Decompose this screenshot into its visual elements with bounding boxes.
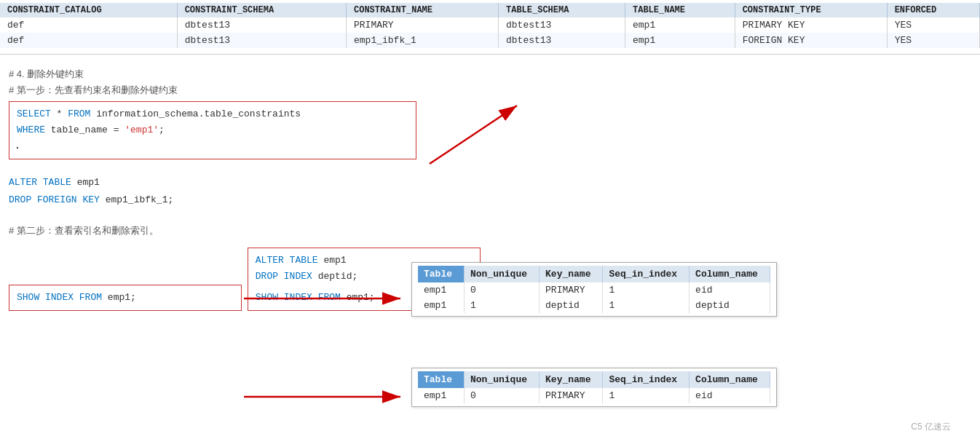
table-cell: 1 bbox=[465, 298, 540, 313]
top-table-header: TABLE_SCHEMA bbox=[498, 3, 625, 17]
table-cell: 1 bbox=[603, 282, 689, 298]
table-cell: YES bbox=[887, 17, 979, 33]
result-table-1-header-cell: Key_name bbox=[540, 266, 603, 282]
result-table-1-header-cell: Column_name bbox=[689, 266, 770, 282]
comment-step4-title: # 4. 删除外键约束 bbox=[9, 66, 971, 82]
result-table-2: TableNon_uniqueKey_nameSeq_in_indexColum… bbox=[418, 371, 770, 403]
top-table-header: CONSTRAINT_SCHEMA bbox=[177, 3, 346, 17]
table-cell: eid bbox=[689, 388, 770, 403]
table-cell: dbtest13 bbox=[498, 33, 625, 48]
arrow-up-right-svg bbox=[415, 98, 532, 171]
table-cell: def bbox=[0, 33, 177, 48]
result-table-1-header-cell: Non_unique bbox=[465, 266, 540, 282]
table-cell: emp1 bbox=[625, 17, 735, 33]
table-cell: eid bbox=[689, 282, 770, 298]
watermark: C5 亿速云 bbox=[911, 421, 951, 433]
result-table-2-header-cell: Seq_in_index bbox=[603, 371, 689, 388]
table-row: defdbtest13PRIMARYdbtest13emp1PRIMARY KE… bbox=[0, 17, 980, 33]
table-cell: 1 bbox=[603, 388, 689, 403]
table-cell: emp1 bbox=[418, 298, 465, 313]
arrow-right-2-svg bbox=[240, 386, 408, 408]
table-cell: YES bbox=[887, 33, 979, 48]
sql-select-line2: WHERE table_name = 'emp1'; bbox=[17, 122, 408, 138]
table-cell: PRIMARY bbox=[346, 17, 498, 33]
table-cell: deptid bbox=[540, 298, 603, 313]
table-cell: PRIMARY KEY bbox=[735, 17, 887, 33]
table-cell: emp1 bbox=[418, 282, 465, 298]
result-table-2-header-cell: Column_name bbox=[689, 371, 770, 388]
table-cell: 0 bbox=[465, 388, 540, 403]
sql-select-line1: SELECT * FROM information_schema.table_c… bbox=[17, 106, 408, 122]
sql-block-select: SELECT * FROM information_schema.table_c… bbox=[9, 101, 416, 159]
table-row: defdbtest13emp1_ibfk_1dbtest13emp1FOREIG… bbox=[0, 33, 980, 48]
top-table-section: CONSTRAINT_CATALOGCONSTRAINT_SCHEMACONST… bbox=[0, 0, 980, 55]
main-content: # 4. 删除外键约束 # 第一步：先查看约束名和删除外键约束 SELECT *… bbox=[0, 55, 980, 433]
table-cell: 0 bbox=[465, 282, 540, 298]
sql-alter-drop-fk: ALTER TABLE emp1 DROP FOREIGN KEY emp1_i… bbox=[9, 171, 971, 211]
result-table-2-header-cell: Key_name bbox=[540, 371, 603, 388]
sql-block-show-index1: SHOW INDEX FROM emp1; bbox=[9, 285, 242, 311]
table-row: emp11deptid1deptid bbox=[418, 298, 770, 313]
arrow-right-1-svg bbox=[240, 288, 408, 309]
top-table-header: TABLE_NAME bbox=[625, 3, 735, 17]
table-cell: emp1 bbox=[625, 33, 735, 48]
top-table-header: CONSTRAINT_CATALOG bbox=[0, 3, 177, 17]
top-table-header: CONSTRAINT_TYPE bbox=[735, 3, 887, 17]
table-row: emp10PRIMARY1eid bbox=[418, 282, 770, 298]
table-cell: PRIMARY bbox=[540, 282, 603, 298]
table-cell: def bbox=[0, 17, 177, 33]
table-cell: dbtest13 bbox=[498, 17, 625, 33]
comment-step4-sub1: # 第一步：先查看约束名和删除外键约束 bbox=[9, 82, 971, 98]
top-table-header: CONSTRAINT_NAME bbox=[346, 3, 498, 17]
table-cell: emp1_ibfk_1 bbox=[346, 33, 498, 48]
table-cell: FOREIGN KEY bbox=[735, 33, 887, 48]
result-table-1-header-cell: Seq_in_index bbox=[603, 266, 689, 282]
table-cell: dbtest13 bbox=[177, 17, 346, 33]
result-table-1-wrapper: TableNon_uniqueKey_nameSeq_in_indexColum… bbox=[411, 262, 777, 317]
result-table-2-header-cell: Non_unique bbox=[465, 371, 540, 388]
table-cell: PRIMARY bbox=[540, 388, 603, 403]
table-cell: dbtest13 bbox=[177, 33, 346, 48]
constraint-table: CONSTRAINT_CATALOGCONSTRAINT_SCHEMACONST… bbox=[0, 3, 980, 48]
table-cell: deptid bbox=[689, 298, 770, 313]
result-table-2-wrapper: TableNon_uniqueKey_nameSeq_in_indexColum… bbox=[411, 368, 777, 407]
result-table-1: TableNon_uniqueKey_nameSeq_in_indexColum… bbox=[418, 266, 770, 313]
comment-step4-sub2: # 第二步：查看索引名和删除索引。 bbox=[9, 223, 971, 239]
table-row: emp10PRIMARY1eid bbox=[418, 388, 770, 403]
table-cell: 1 bbox=[603, 298, 689, 313]
table-cell: emp1 bbox=[418, 388, 465, 403]
result-table-2-header-cell: Table bbox=[418, 371, 465, 388]
top-table-header: ENFORCED bbox=[887, 3, 979, 17]
result-table-1-header-cell: Table bbox=[418, 266, 465, 282]
svg-line-1 bbox=[430, 106, 517, 164]
